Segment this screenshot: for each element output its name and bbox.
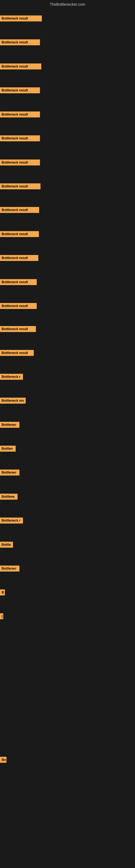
bottleneck-result-badge[interactable]: Bottleneck result [0, 231, 39, 237]
bottleneck-result-badge[interactable]: Bottleneck result [0, 183, 41, 189]
bottleneck-result-badge[interactable]: Bottleneck result [0, 87, 40, 93]
bottleneck-result-badge[interactable]: Bottleneck result [0, 255, 38, 261]
bottleneck-result-badge[interactable]: Bottleneck result [0, 326, 36, 332]
bottleneck-result-badge[interactable]: Bottlenec [0, 422, 19, 428]
bottleneck-result-badge[interactable]: Bottleneck result [0, 159, 40, 165]
bottleneck-result-badge[interactable]: Bottleneck result [0, 207, 39, 213]
bottleneck-result-badge[interactable]: Bottlenec [0, 469, 19, 475]
bottleneck-result-badge[interactable]: Bottleneck result [0, 16, 42, 22]
bottleneck-result-badge[interactable]: Bottleneck result [0, 112, 40, 118]
bottleneck-result-badge[interactable]: Bottleneck result [0, 279, 37, 285]
bottleneck-result-badge[interactable]: Bottleneck r [0, 518, 23, 524]
bottleneck-result-badge[interactable]: Bottleneck result [0, 63, 41, 69]
bottleneck-result-badge[interactable]: Bo [0, 757, 6, 763]
bottleneck-result-badge[interactable]: Bottleneck result [0, 39, 40, 45]
bottleneck-result-badge[interactable]: Bottlene [0, 494, 17, 500]
bottleneck-result-badge[interactable]: Bottle [0, 542, 13, 548]
site-title: TheBottlenecker.com [0, 0, 135, 9]
bottleneck-result-badge[interactable]: Bottleneck result [0, 135, 40, 141]
bottleneck-result-badge[interactable]: Bottleneck result [0, 303, 37, 309]
bottleneck-result-badge[interactable]: B [0, 589, 5, 595]
bottleneck-result-badge[interactable]: | [0, 613, 3, 619]
bottleneck-result-badge[interactable]: Bottleneck r [0, 374, 23, 380]
bottleneck-result-badge[interactable]: Bottleneck result [0, 350, 34, 356]
bottleneck-result-badge[interactable]: Bottleneck res [0, 398, 26, 404]
bottleneck-result-badge[interactable]: Bottlen [0, 446, 16, 452]
bottleneck-result-badge[interactable]: Bottlenec [0, 565, 19, 571]
